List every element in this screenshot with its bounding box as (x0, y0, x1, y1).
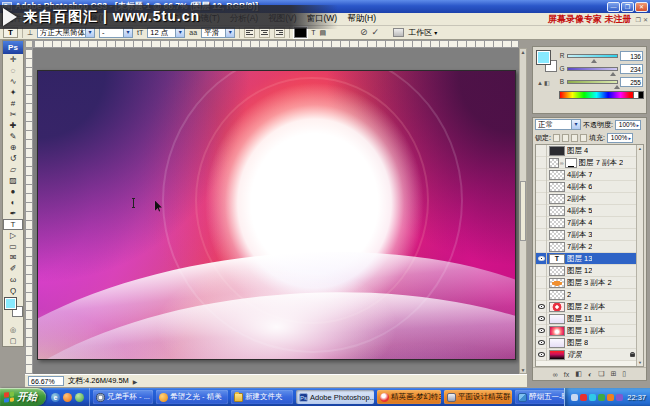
lock-position-button[interactable] (571, 134, 578, 142)
layer-mask-thumbnail[interactable] (565, 158, 577, 168)
document-canvas[interactable] (37, 70, 516, 360)
visibility-toggle[interactable] (536, 349, 547, 361)
visibility-toggle[interactable] (536, 157, 547, 169)
chevron-down-icon[interactable]: ▾ (175, 28, 184, 37)
layer-thumbnail[interactable] (549, 194, 565, 204)
layer-thumbnail[interactable] (549, 266, 565, 276)
layer-group-button[interactable]: ❏ (598, 370, 604, 378)
layer-row[interactable]: 7副本 3 (536, 229, 643, 241)
workspace-dropdown[interactable]: 工作区 ▾ (408, 27, 437, 38)
taskbar-button[interactable]: 希望之光 - 精美 (156, 390, 228, 404)
delete-layer-button[interactable]: ▯ (622, 370, 626, 378)
lock-transparency-button[interactable] (553, 134, 560, 142)
screen-mode-button[interactable]: ▢ (3, 335, 23, 346)
blue-slider[interactable] (567, 80, 618, 84)
layers-scrollbar[interactable]: ▲ ▼ (636, 145, 643, 366)
tool-quick-selection[interactable]: ✦ (3, 87, 23, 98)
layer-row[interactable]: 图层 1 副本 (536, 325, 643, 337)
tool-crop[interactable]: # (3, 98, 23, 109)
tray-icon[interactable] (616, 394, 623, 401)
adjustment-layer-button[interactable]: ◐ (588, 371, 592, 378)
layer-row[interactable]: 图层 3 副本 2 (536, 277, 643, 289)
doc-close-button[interactable]: ✕ (643, 16, 648, 23)
layer-row[interactable]: 图层 4 (536, 145, 643, 157)
internet-explorer-icon[interactable]: e (51, 393, 60, 402)
visibility-toggle[interactable] (536, 181, 547, 193)
chevron-down-icon[interactable]: ▾ (571, 120, 580, 129)
visibility-toggle[interactable] (536, 229, 547, 241)
chevron-down-icon[interactable]: ▾ (85, 28, 94, 37)
tool-blur[interactable]: ● (3, 186, 23, 197)
layer-thumbnail[interactable] (549, 158, 559, 168)
green-slider[interactable] (567, 67, 618, 71)
menu-help[interactable]: 帮助(H) (342, 13, 381, 25)
layer-row[interactable]: 图层 12 (536, 265, 643, 277)
minimize-button[interactable]: — (607, 2, 620, 12)
layer-row[interactable]: 4副本 5 (536, 205, 643, 217)
layer-thumbnail[interactable] (549, 230, 565, 240)
visibility-toggle[interactable] (536, 145, 547, 157)
visibility-toggle[interactable] (536, 205, 547, 217)
scroll-up-icon[interactable]: ▲ (521, 49, 526, 55)
visibility-toggle[interactable] (536, 313, 547, 325)
red-slider[interactable] (567, 54, 618, 58)
visibility-toggle[interactable] (536, 217, 547, 229)
black-swatch[interactable] (639, 91, 644, 99)
layer-row-background[interactable]: 背景 (536, 349, 643, 361)
foreground-color-swatch[interactable] (537, 51, 550, 64)
start-button[interactable]: 开始 (0, 388, 46, 406)
tool-path-selection[interactable]: ▷ (3, 230, 23, 241)
layer-thumbnail[interactable] (549, 338, 565, 348)
spinner-icon[interactable]: ▸ (628, 135, 631, 141)
ps-logo[interactable]: Ps (3, 41, 23, 54)
close-button[interactable]: ✕ (635, 2, 648, 12)
layer-row[interactable]: 图层 8 (536, 337, 643, 349)
tool-slice[interactable]: ✂ (3, 109, 23, 120)
layer-row[interactable]: 图层 11 (536, 313, 643, 325)
scrollbar-thumb[interactable] (520, 181, 526, 241)
tool-dodge[interactable]: ◐ (3, 197, 23, 208)
blue-value-field[interactable]: 255 (620, 77, 643, 87)
color-spectrum-ramp[interactable] (559, 91, 634, 99)
layer-mask-button[interactable]: ◧ (575, 370, 582, 378)
visibility-toggle[interactable] (536, 253, 547, 265)
layer-thumbnail[interactable] (549, 326, 565, 336)
layer-thumbnail[interactable] (549, 218, 565, 228)
volume-icon[interactable] (571, 394, 578, 401)
quick-launch-icon[interactable] (75, 393, 84, 402)
tool-move[interactable]: ✛ (3, 54, 23, 65)
tool-healing-brush[interactable]: ✚ (3, 120, 23, 131)
scroll-down-icon[interactable]: ▼ (521, 367, 526, 373)
layer-thumbnail[interactable] (549, 350, 565, 360)
layer-row[interactable]: 4副本 7 (536, 169, 643, 181)
layer-thumbnail[interactable] (549, 314, 565, 324)
layer-thumbnail[interactable] (549, 182, 565, 192)
tool-hand[interactable]: ω (3, 274, 23, 285)
taskbar-button[interactable]: 醉烟五一-晚动梦... (515, 390, 564, 404)
opacity-field[interactable]: 100% ▸ (615, 120, 641, 130)
tool-clone-stamp[interactable]: ⊕ (3, 142, 23, 153)
mask-link-icon[interactable]: ∞ (560, 160, 564, 166)
tool-eraser[interactable]: ▱ (3, 164, 23, 175)
red-value-field[interactable]: 136 (620, 51, 643, 61)
tool-gradient[interactable]: ▨ (3, 175, 23, 186)
visibility-toggle[interactable] (536, 325, 547, 337)
layer-thumbnail[interactable] (549, 170, 565, 180)
layer-thumbnail[interactable] (549, 206, 565, 216)
vertical-scrollbar[interactable]: ▲ ▼ (519, 48, 527, 374)
layer-row[interactable]: 图层 2 副本 (536, 301, 643, 313)
tool-rectangle[interactable]: ▭ (3, 241, 23, 252)
commit-edits-button[interactable]: ✓ (372, 27, 380, 38)
spinner-icon[interactable]: ▸ (636, 122, 639, 128)
quick-launch-icon[interactable] (63, 393, 72, 402)
tool-notes[interactable]: ✉ (3, 252, 23, 263)
layer-thumbnail[interactable] (549, 278, 565, 288)
lock-pixels-button[interactable] (562, 134, 569, 142)
visibility-toggle[interactable] (536, 289, 547, 301)
tool-lasso[interactable]: ∿ (3, 76, 23, 87)
scroll-down-icon[interactable]: ▼ (638, 360, 642, 365)
visibility-toggle[interactable] (536, 193, 547, 205)
layer-row[interactable]: ∞ 图层 7 副本 2 (536, 157, 643, 169)
tray-icon[interactable] (589, 394, 596, 401)
layer-thumbnail[interactable]: T (549, 254, 565, 264)
